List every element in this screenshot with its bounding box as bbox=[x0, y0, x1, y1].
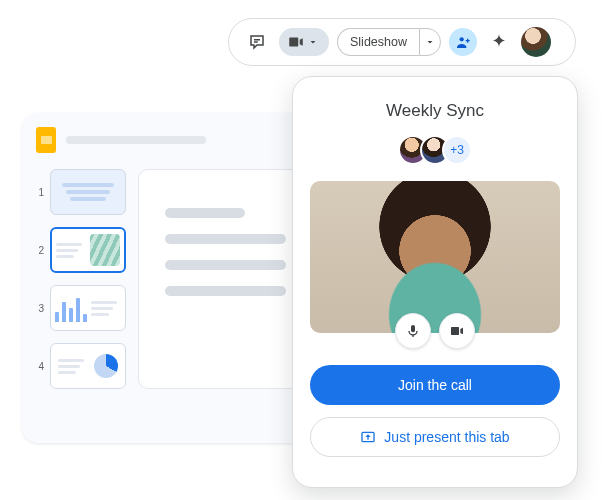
thumbnail-row[interactable]: 4 bbox=[36, 343, 126, 389]
person-add-icon bbox=[455, 34, 471, 50]
comments-button[interactable] bbox=[243, 28, 271, 56]
slide-thumbnail[interactable] bbox=[50, 343, 126, 389]
slide-thumbnail-selected[interactable] bbox=[50, 227, 126, 273]
thumb-number: 1 bbox=[36, 187, 44, 198]
image-placeholder-icon bbox=[90, 234, 120, 266]
svg-point-0 bbox=[460, 37, 464, 41]
sparkle-icon bbox=[490, 33, 508, 51]
slideshow-dropdown-button[interactable] bbox=[419, 28, 441, 56]
slides-editor-window: 1 2 3 bbox=[22, 113, 332, 443]
svg-rect-1 bbox=[411, 325, 415, 332]
pie-chart-icon bbox=[94, 354, 118, 378]
toggle-camera-button[interactable] bbox=[439, 313, 475, 349]
slide-thumbnail[interactable] bbox=[50, 285, 126, 331]
document-title-placeholder bbox=[66, 136, 206, 144]
thumbnail-row[interactable]: 2 bbox=[36, 227, 126, 273]
present-to-all-icon bbox=[360, 429, 376, 445]
caret-down-icon bbox=[307, 36, 319, 48]
meet-button[interactable] bbox=[279, 28, 329, 56]
text-placeholder bbox=[165, 286, 286, 296]
text-placeholder bbox=[165, 260, 286, 270]
slides-header bbox=[36, 127, 318, 153]
gemini-button[interactable] bbox=[485, 28, 513, 56]
slideshow-button[interactable]: Slideshow bbox=[337, 28, 419, 56]
meeting-title: Weekly Sync bbox=[386, 101, 484, 121]
editor-toolbar: Slideshow bbox=[228, 18, 576, 66]
meet-join-panel: Weekly Sync +3 Join the call Just presen… bbox=[292, 76, 578, 488]
present-tab-button[interactable]: Just present this tab bbox=[310, 417, 560, 457]
join-call-button[interactable]: Join the call bbox=[310, 365, 560, 405]
text-placeholder bbox=[165, 208, 245, 218]
thumbnail-row[interactable]: 1 bbox=[36, 169, 126, 215]
microphone-icon bbox=[405, 323, 421, 339]
self-video-preview bbox=[310, 181, 560, 333]
text-placeholder bbox=[165, 234, 286, 244]
thumb-number: 4 bbox=[36, 361, 44, 372]
account-avatar[interactable] bbox=[521, 27, 551, 57]
toggle-mic-button[interactable] bbox=[395, 313, 431, 349]
video-camera-icon bbox=[287, 33, 305, 51]
thumb-number: 2 bbox=[36, 245, 44, 256]
participants-overflow-count[interactable]: +3 bbox=[442, 135, 472, 165]
slide-thumbnails: 1 2 3 bbox=[36, 169, 126, 389]
comment-icon bbox=[248, 33, 266, 51]
main-slide-canvas[interactable] bbox=[138, 169, 318, 389]
caret-down-icon bbox=[424, 36, 436, 48]
bar-chart-icon bbox=[55, 294, 87, 322]
video-camera-icon bbox=[449, 323, 465, 339]
slides-logo-icon bbox=[36, 127, 56, 153]
slideshow-split-button: Slideshow bbox=[337, 28, 441, 56]
thumb-number: 3 bbox=[36, 303, 44, 314]
share-button[interactable] bbox=[449, 28, 477, 56]
thumbnail-row[interactable]: 3 bbox=[36, 285, 126, 331]
slide-thumbnail[interactable] bbox=[50, 169, 126, 215]
participants-row: +3 bbox=[398, 135, 472, 165]
present-tab-label: Just present this tab bbox=[384, 429, 509, 445]
